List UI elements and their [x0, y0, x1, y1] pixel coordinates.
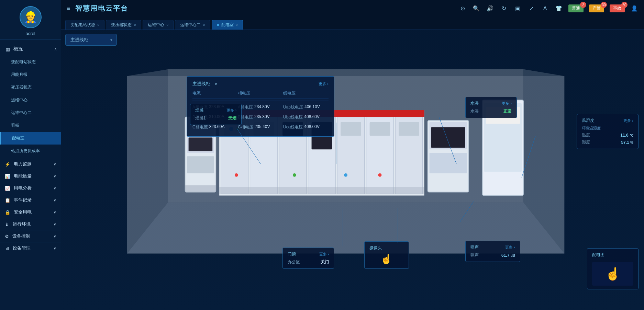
- chevron-down-icon: ∨: [54, 222, 56, 226]
- sidebar-item-overview[interactable]: ▦ 概况 ∧: [0, 43, 61, 56]
- uab-value: 406.10V: [304, 103, 320, 111]
- noise-panel: 噪声 更多 噪声 61.7 dB: [465, 241, 520, 262]
- main-cabinet-more[interactable]: 更多: [319, 81, 329, 87]
- tab-close-icon[interactable]: ×: [134, 23, 136, 27]
- humidity-label: 湿度: [582, 139, 590, 145]
- tab-close-icon[interactable]: ×: [236, 23, 238, 27]
- app-title: 智慧用电云平台: [75, 4, 458, 13]
- ubc-value: 408.60V: [304, 113, 320, 121]
- skin-icon[interactable]: 👕: [555, 4, 563, 13]
- font-icon[interactable]: A: [541, 4, 549, 13]
- temp-label: 温度: [582, 132, 590, 138]
- svg-point-38: [344, 173, 347, 177]
- fullscreen-icon[interactable]: ⤢: [527, 4, 535, 13]
- tab-substation[interactable]: 变配电站状态 ×: [65, 20, 104, 30]
- sidebar-item-energy-report[interactable]: 用能月报: [0, 68, 61, 81]
- badge-product[interactable]: 产警 30: [589, 4, 604, 12]
- username-label: acrel: [25, 31, 35, 36]
- noise-item-label: 噪声: [470, 252, 479, 258]
- svg-point-37: [293, 173, 296, 177]
- sidebar-item-ops-center[interactable]: 运维中心: [0, 94, 61, 106]
- chevron-down-icon: ∨: [54, 174, 56, 178]
- electric-diagram-hand-icon[interactable]: ☝: [605, 267, 621, 281]
- temp-subtitle: 环境温湿度: [582, 126, 633, 131]
- sidebar-item-safety[interactable]: 🔒 安全用电 ∨: [0, 206, 61, 218]
- sidebar-item-dashboard[interactable]: 看板: [0, 119, 61, 132]
- camera-hand-icon[interactable]: ☝: [380, 253, 392, 265]
- svg-rect-29: [431, 127, 465, 148]
- svg-rect-8: [187, 156, 214, 173]
- sidebar-item-distribution[interactable]: 配电室: [0, 132, 61, 145]
- moisture-panel-title: 水浸 更多: [470, 101, 512, 106]
- sidebar-item-energy-quality[interactable]: 📊 电能质量 ∨: [0, 170, 61, 182]
- sidebar-item-environment[interactable]: 🌡 运行环境 ∨: [0, 218, 61, 230]
- badge-normal[interactable]: 普通 2: [568, 4, 584, 12]
- svg-rect-24: [341, 122, 361, 136]
- sidebar-item-ops-center2[interactable]: 运维中心二: [0, 106, 61, 119]
- search-icon[interactable]: 🔍: [472, 4, 480, 13]
- main-cabinet-dropdown[interactable]: 主进线柜: [65, 34, 117, 46]
- scene-dropdown: 主进线柜: [65, 34, 117, 46]
- col-header-current: 电流: [192, 90, 238, 99]
- safety-icon: 🔒: [5, 210, 10, 215]
- tab-ops-center2[interactable]: 运维中心二 ×: [175, 20, 210, 30]
- svg-point-39: [378, 173, 381, 177]
- noise-item-value: 61.7 dB: [501, 253, 515, 258]
- sidebar-item-events[interactable]: 📋 事件记录 ∨: [0, 194, 61, 206]
- layout-icon[interactable]: ▣: [513, 4, 522, 13]
- moisture-item-label: 水浸: [470, 108, 479, 114]
- camera-panel: 摄像头 ☝: [364, 241, 409, 269]
- door-panel-title: 门禁 更多: [288, 251, 329, 257]
- svg-rect-7: [189, 138, 213, 151]
- sidebar-item-substation[interactable]: 变配电站状态: [0, 56, 61, 68]
- temp-humidity-panel: 温湿度 更多 环境温湿度 温度 11.6 ℃ 湿度 57.1 %: [577, 114, 639, 149]
- tab-ops-center[interactable]: 运维中心 ×: [143, 20, 174, 30]
- sidebar: 👷 acrel ▦ 概况 ∧ 变配电站状态 用能月报 变压器状态 运维中心: [0, 0, 61, 310]
- badge-event[interactable]: 事故 80: [610, 4, 625, 12]
- uab-label: Uab线电压: [283, 103, 303, 111]
- chevron-down-icon: ∨: [54, 162, 56, 166]
- noise-more-button[interactable]: 更多: [505, 245, 515, 250]
- svg-rect-26: [399, 122, 419, 136]
- tabs-bar: 变配电站状态 × 变压器状态 × 运维中心 × 运维中心二 × 配电室 ×: [61, 17, 644, 30]
- sidebar-header: 👷 acrel: [0, 0, 61, 40]
- smoke-more-button[interactable]: 更多: [226, 108, 236, 113]
- overview-icon: ▦: [5, 46, 10, 52]
- temp-more-button[interactable]: 更多: [623, 118, 633, 123]
- refresh-icon[interactable]: ↻: [500, 4, 508, 13]
- electric-diagram-title: 配电图: [592, 252, 633, 258]
- smoke-panel-title: 烟感 更多: [195, 107, 236, 113]
- moisture-more-button[interactable]: 更多: [502, 101, 512, 106]
- chart-icon: 📊: [5, 174, 10, 179]
- smoke-panel: 烟感 更多 烟感1 无烟: [190, 104, 242, 125]
- col-header-line-voltage: 线电压: [283, 90, 329, 99]
- door-office-value: 关门: [321, 259, 329, 265]
- tab-transformer[interactable]: 变压器状态 ×: [106, 20, 141, 30]
- camera-panel-title: 摄像头: [369, 245, 404, 251]
- menu-icon[interactable]: ≡: [67, 5, 70, 12]
- sidebar-nav: ▦ 概况 ∧ 变配电站状态 用能月报 变压器状态 运维中心 运维中心二 看板: [0, 40, 61, 310]
- tab-close-icon[interactable]: ×: [97, 23, 99, 27]
- smoke-item-label: 烟感1: [195, 115, 206, 121]
- door-office-label: 办公区: [288, 259, 300, 265]
- sidebar-item-load-rate[interactable]: 站点历史负载率: [0, 145, 61, 157]
- tab-close-icon[interactable]: ×: [203, 23, 205, 27]
- sidebar-item-power-monitor[interactable]: ⚡ 电力监测 ∨: [0, 158, 61, 170]
- svg-marker-34: [185, 185, 216, 192]
- volume-icon[interactable]: 🔊: [486, 4, 494, 13]
- mgmt-icon: 🖥: [5, 246, 9, 251]
- tab-distribution[interactable]: 配电室 ×: [212, 20, 243, 30]
- user-icon[interactable]: 👤: [630, 4, 639, 13]
- smoke-item-value: 无烟: [228, 115, 236, 121]
- door-more-button[interactable]: 更多: [319, 252, 329, 257]
- avatar: 👷: [20, 6, 42, 28]
- tab-close-icon[interactable]: ×: [166, 23, 168, 27]
- sidebar-item-transformer[interactable]: 变压器状态: [0, 81, 61, 94]
- monitor-icon[interactable]: ⊙: [458, 4, 467, 13]
- sidebar-item-device-control[interactable]: ⚙ 设备控制 ∨: [0, 230, 61, 242]
- sidebar-item-energy-analysis[interactable]: 📈 用电分析 ∨: [0, 182, 61, 194]
- sidebar-item-device-mgmt[interactable]: 🖥 设备管理 ∨: [0, 242, 61, 254]
- arrow-icon: ∧: [54, 47, 57, 51]
- main-content: ≡ 智慧用电云平台 ⊙ 🔍 🔊 ↻ ▣ ⤢ A 👕 普通 2 产警 30 事故 …: [61, 0, 644, 310]
- col-header-phase-voltage: 相电压: [238, 90, 283, 99]
